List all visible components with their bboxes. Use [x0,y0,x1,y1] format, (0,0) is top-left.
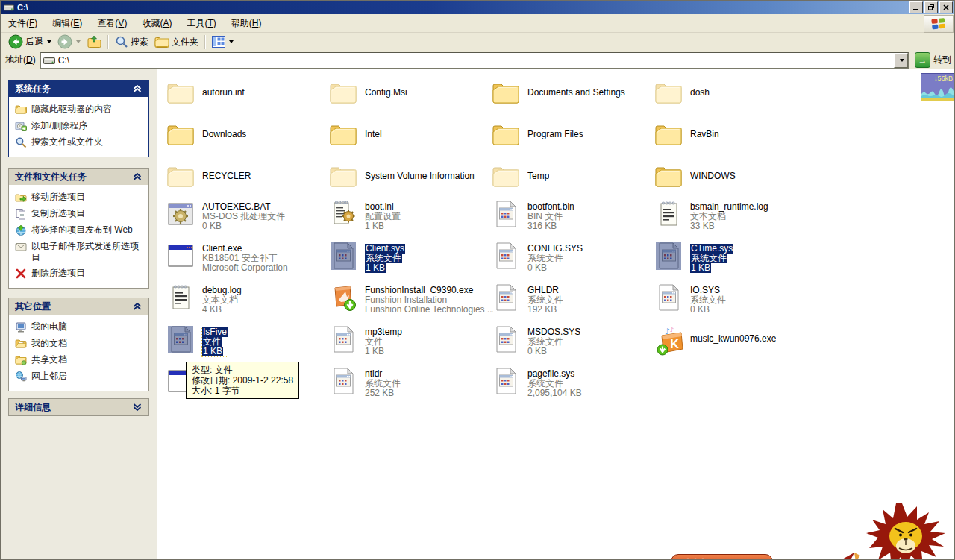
svg-text:♪: ♪ [665,327,670,336]
panel-header[interactable]: 文件和文件夹任务 [9,169,148,185]
folder-tile[interactable]: RECYCLER [166,163,325,203]
app-gear-icon [166,200,195,228]
task-link[interactable]: 复制所选项目 [13,206,145,222]
move-icon [15,192,27,204]
folder-icon [329,163,357,191]
up-button[interactable] [84,34,104,51]
sysfile-icon [654,283,683,312]
views-button[interactable] [209,34,237,51]
item-label: Client.sys系统文件1 KB [365,244,405,273]
task-link[interactable]: 移动所选项目 [13,189,145,206]
item-label: MSDOS.SYS系统文件0 KB [527,327,580,356]
file-tile[interactable]: AUTOEXEC.BATMS-DOS 批处理文件0 KB [166,200,325,240]
folder-tile[interactable]: Temp [492,163,650,203]
task-label: 我的文档 [31,338,67,349]
back-dropdown[interactable] [47,40,51,43]
sysfile-icon [329,242,357,270]
forward-dropdown[interactable] [76,40,81,43]
search-button[interactable]: 搜索 [112,34,151,51]
restore-button[interactable] [924,1,938,13]
folders-button[interactable]: 文件夹 [151,34,201,51]
folder-tile[interactable]: System Volume Information [329,163,487,203]
item-label: GHLDR系统文件192 KB [527,286,563,315]
file-tile[interactable]: bootfont.binBIN 文件316 KB [492,200,650,240]
menu-item[interactable]: 编辑(E) [45,14,90,32]
file-tile[interactable]: Client.exeKB18501 安全补丁Microsoft Corporat… [166,242,325,282]
folder-icon [166,79,196,109]
file-tile[interactable]: pagefile.sys系统文件2,095,104 KB [492,367,650,407]
file-tile[interactable]: IO.SYS系统文件0 KB [654,283,812,324]
menu-item[interactable]: 帮助(H) [224,14,269,32]
menu-item[interactable]: 查看(V) [90,14,134,32]
folder-tile[interactable]: Downloads [166,121,325,161]
traffic-monitor-widget: ↓56kB [921,73,955,101]
folder-tile[interactable]: RavBin [654,121,812,161]
panel-title: 其它位置 [15,301,51,313]
add-remove-icon [15,120,27,132]
task-label: 网上邻居 [31,371,67,382]
sysfile-icon [166,325,196,355]
task-label: 我的电脑 [31,321,67,333]
folder-tile[interactable]: dosh [654,79,812,119]
file-tile[interactable]: boot.ini配置设置1 KB [329,200,487,240]
task-link[interactable]: 共享文档 [13,352,145,368]
file-tile[interactable]: FunshionInstall_C9390.exeFunshion Instal… [329,283,487,324]
folder-tile[interactable]: Intel [329,121,487,161]
panel-header[interactable]: 其它位置 [9,298,148,315]
task-panel: 详细信息 [8,398,149,416]
file-tile[interactable]: bsmain_runtime.log文本文档33 KB [654,200,812,240]
go-button[interactable]: → 转到 [915,52,951,68]
panel-header[interactable]: 系统任务 [9,81,148,97]
task-link[interactable]: 我的文档 [13,336,145,352]
shared-documents-icon [15,354,27,366]
menu-item[interactable]: 文件(F) [1,14,45,32]
search-icon [15,136,27,148]
popup-banner[interactable] [671,554,773,560]
close-button[interactable] [939,1,953,13]
folder-tile[interactable]: Program Files [492,121,650,161]
file-tile[interactable]: MSDOS.SYS系统文件0 KB [492,325,650,365]
task-panel: 文件和文件夹任务移动所选项目复制所选项目将选择的项目发布到 Web以电子邮件形式… [8,168,149,289]
file-tile[interactable]: GHLDR系统文件192 KB [492,283,650,324]
task-label: 复制所选项目 [31,208,85,219]
minimize-button[interactable] [909,1,923,13]
file-tile[interactable]: ntldr系统文件252 KB [329,367,487,407]
folder-icon [329,79,357,107]
publish-web-icon [15,224,27,236]
folder-icon [166,121,195,149]
task-link[interactable]: 添加/删除程序 [13,118,145,134]
file-tile[interactable]: Client.sys系统文件1 KB [329,242,487,282]
folder-tile[interactable]: Config.Msi [329,79,487,119]
back-button[interactable]: 后退 [5,34,54,51]
forward-button[interactable] [54,34,84,51]
menu-item[interactable]: 工具(T) [179,14,223,32]
item-label: Program Files [527,130,583,139]
menu-item[interactable]: 收藏(A) [134,14,179,32]
task-link[interactable]: 删除所选项目 [13,265,145,282]
panel-title: 文件和文件夹任务 [15,171,87,183]
file-tile[interactable]: IsFive文件1 KB [166,325,325,365]
folder-tile[interactable]: autorun.inf [166,79,325,119]
address-input[interactable]: C:\ [40,52,909,69]
file-tile[interactable]: mp3temp文件1 KB [329,325,487,365]
item-label: IO.SYS系统文件0 KB [690,286,726,315]
views-dropdown[interactable] [229,40,234,43]
task-link[interactable]: 我的电脑 [13,319,145,336]
move-icon [15,192,27,204]
folder-tile[interactable]: Documents and Settings [492,79,650,119]
folder-icon [166,163,195,191]
file-tile[interactable]: CTime.sys系统文件1 KB [654,242,812,282]
address-dropdown[interactable] [894,53,908,68]
task-link[interactable]: 将选择的项目发布到 Web [13,222,145,239]
task-link[interactable]: 以电子邮件形式发送所选项目 [13,239,145,265]
task-link[interactable]: 搜索文件或文件夹 [13,134,145,151]
sysfile-icon [329,325,359,355]
task-link[interactable]: 网上邻居 [13,368,145,385]
folder-tile[interactable]: WINDOWS [654,163,812,203]
file-tile[interactable]: K♪♪music_kwun0976.exe [654,325,812,365]
panel-header[interactable]: 详细信息 [9,399,148,415]
folder-icon [329,79,359,109]
task-link[interactable]: 隐藏此驱动器的内容 [13,101,145,118]
file-tile[interactable]: CONFIG.SYS系统文件0 KB [492,242,650,282]
file-tile[interactable]: debug.log文本文档4 KB [166,283,325,324]
